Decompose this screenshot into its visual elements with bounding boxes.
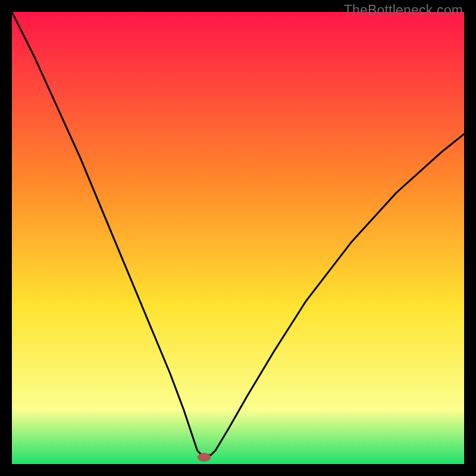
watermark-text: TheBottleneck.com: [344, 2, 463, 18]
chart-svg: [12, 12, 464, 464]
chart-frame: TheBottleneck.com: [0, 0, 476, 476]
gradient-background: [12, 12, 464, 464]
plot-area: [12, 12, 464, 464]
optimal-point-marker: [198, 453, 211, 462]
